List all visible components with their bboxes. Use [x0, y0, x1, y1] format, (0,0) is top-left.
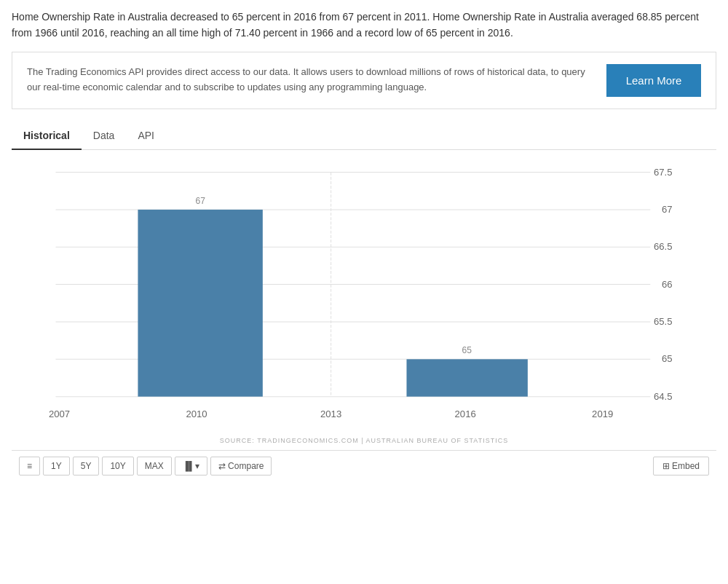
btn-chart-type[interactable]: ▐▌▾ — [175, 457, 207, 476]
btn-compare[interactable]: ⇄ Compare — [210, 457, 272, 476]
svg-text:64.5: 64.5 — [654, 390, 672, 401]
btn-max[interactable]: MAX — [137, 457, 172, 476]
btn-1y[interactable]: 1Y — [43, 457, 70, 476]
api-box: The Trading Economics API provides direc… — [12, 52, 716, 109]
bar-2010 — [138, 210, 262, 397]
svg-text:67: 67 — [195, 195, 205, 205]
tab-data[interactable]: Data — [82, 122, 127, 150]
toolbar: ≡ 1Y 5Y 10Y MAX ▐▌▾ ⇄ Compare ⊞ Embed — [12, 450, 716, 481]
svg-text:66: 66 — [662, 278, 673, 289]
tab-api[interactable]: API — [126, 122, 166, 150]
svg-text:2007: 2007 — [49, 409, 70, 419]
menu-button[interactable]: ≡ — [19, 457, 40, 476]
svg-text:65: 65 — [662, 353, 673, 364]
chart-area: 64.5 65 65.5 66 66.5 67 67.5 2007 2010 2… — [12, 157, 716, 434]
svg-text:2010: 2010 — [186, 409, 207, 419]
svg-text:2019: 2019 — [592, 409, 613, 419]
svg-text:67: 67 — [662, 204, 673, 215]
tab-historical[interactable]: Historical — [12, 122, 82, 150]
svg-text:2016: 2016 — [455, 409, 476, 419]
btn-embed[interactable]: ⊞ Embed — [653, 457, 709, 476]
svg-text:65.5: 65.5 — [654, 316, 672, 327]
btn-5y[interactable]: 5Y — [73, 457, 100, 476]
svg-text:67.5: 67.5 — [654, 166, 672, 177]
tabs-container: Historical Data API — [12, 122, 716, 150]
svg-text:66.5: 66.5 — [654, 241, 672, 252]
source-text: SOURCE: TRADINGECONOMICS.COM | AUSTRALIA… — [12, 437, 716, 444]
description-text: Home Ownership Rate in Australia decreas… — [12, 9, 716, 42]
bar-2016 — [406, 359, 527, 396]
learn-more-button[interactable]: Learn More — [606, 64, 701, 97]
svg-text:2013: 2013 — [320, 409, 341, 419]
svg-text:65: 65 — [462, 345, 472, 355]
chart-svg: 64.5 65 65.5 66 66.5 67 67.5 2007 2010 2… — [12, 157, 716, 434]
api-box-text: The Trading Economics API provides direc… — [27, 65, 606, 95]
btn-10y[interactable]: 10Y — [102, 457, 133, 476]
main-container: Home Ownership Rate in Australia decreas… — [0, 0, 728, 490]
